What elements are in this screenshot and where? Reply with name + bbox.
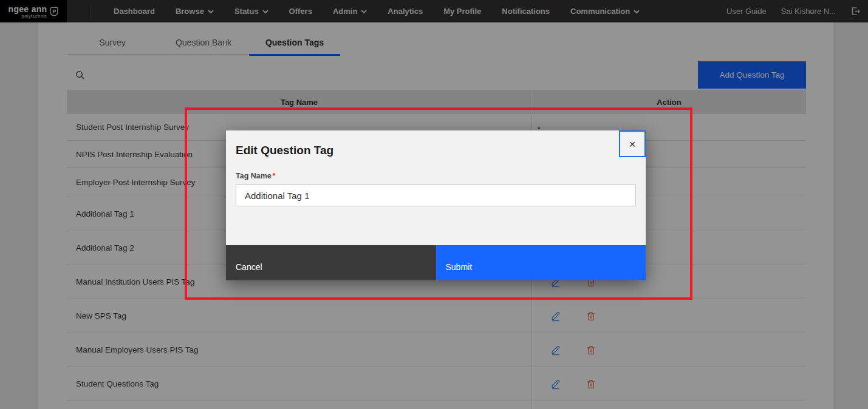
modal-footer: Cancel Submit [226,245,646,280]
required-asterisk: * [273,172,276,180]
tag-name-input[interactable] [236,184,636,206]
edit-question-tag-modal: Edit Question Tag × Tag Name* Cancel Sub… [226,130,646,280]
tag-name-label: Tag Name* [236,172,636,180]
submit-button[interactable]: Submit [436,245,646,280]
close-icon[interactable]: × [619,130,646,157]
modal-title: Edit Question Tag [236,144,636,157]
tag-name-label-text: Tag Name [236,172,272,180]
cancel-button[interactable]: Cancel [226,245,436,280]
page: ngee ann polytechnic P DashboardBrowseSt… [0,0,868,409]
modal-body: Edit Question Tag × Tag Name* [226,130,646,245]
